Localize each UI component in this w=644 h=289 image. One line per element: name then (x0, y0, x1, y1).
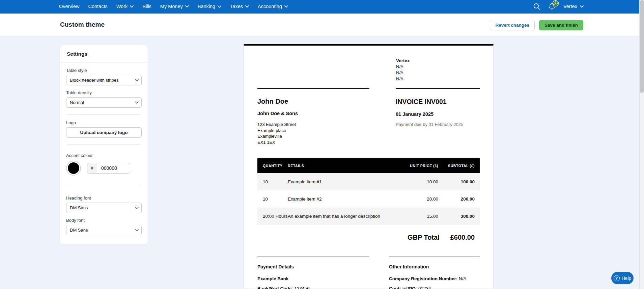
nav-item-accounting[interactable]: Accounting (258, 4, 288, 9)
invoice-total-value: £600.00 (450, 234, 475, 241)
nav-right: Vertex (533, 0, 584, 13)
accent-colour-label: Accent colour (66, 153, 142, 158)
upload-logo-button[interactable]: Upload company logo (66, 127, 142, 138)
invoice-preview: Vertex N/A N/A N/A John Doe John Doe & S… (244, 44, 494, 289)
notifications-button[interactable] (548, 2, 556, 10)
column-header: UNIT PRICE (£) (399, 164, 438, 168)
save-and-finish-button[interactable]: Save and finish (539, 20, 583, 30)
invoice-due-date: Payment due by 01 February 2025 (396, 122, 480, 127)
header-actions: Revert changes Save and finish (490, 20, 583, 30)
nav-label: My Money (160, 4, 183, 9)
chevron-down-icon (185, 5, 189, 8)
nav-item-contacts[interactable]: Contacts (88, 4, 107, 9)
nav-label: Taxes (230, 4, 243, 9)
help-button[interactable]: ? Help (611, 272, 634, 284)
invoice-meta-block: INVOICE INV001 01 January 2025 Payment d… (396, 89, 480, 145)
column-header: QUANTITY (257, 164, 288, 168)
nav-item-bills[interactable]: Bills (142, 4, 151, 9)
question-mark-icon: ? (614, 275, 620, 281)
invoice-client-company: John Doe & Sons (257, 111, 369, 116)
divider (67, 144, 141, 145)
nav-item-taxes[interactable]: Taxes (230, 4, 249, 9)
top-nav: Overview Contacts Work Bills My Money Ba… (0, 0, 639, 14)
hex-prefix: # (87, 163, 97, 174)
invoice-date: 01 January 2025 (396, 111, 480, 117)
table-style-label: Table style (66, 68, 142, 73)
company-registration-line: Company Registration Number: N/A (389, 275, 480, 282)
nav-label: Bills (142, 4, 151, 9)
accent-hex-input[interactable] (97, 163, 130, 174)
body-font-select[interactable]: DM Sans (66, 225, 142, 235)
logo-label: Logo (66, 120, 142, 125)
table-density-label: Table density (66, 90, 142, 95)
invoice-items-table: QUANTITY DETAILS UNIT PRICE (£) SUBTOTAL… (257, 158, 480, 225)
sort-code-line: Bank/Sort Code: 123456 (257, 285, 369, 289)
nav-label: Banking (198, 4, 215, 9)
scrollbar-thumb[interactable] (640, 0, 644, 93)
invoice-company-line: N/A (396, 64, 480, 70)
page-scrollbar (639, 0, 644, 289)
payment-details-block: Payment Details Example Bank Bank/Sort C… (257, 257, 369, 289)
notification-badge (552, 0, 559, 8)
account-name: Vertex (563, 4, 577, 9)
search-icon (533, 3, 540, 10)
nav-item-work[interactable]: Work (116, 4, 134, 9)
nav-item-overview[interactable]: Overview (59, 4, 79, 9)
body-font-label: Body font (66, 218, 142, 223)
nav-label: Work (116, 4, 128, 9)
contract-po-line: Contract/PO: 01234 (389, 285, 480, 289)
invoice-company-line: N/A (396, 70, 480, 76)
invoice-total-row: GBP Total £600.00 (257, 234, 480, 241)
invoice-company-name: Vertex (396, 58, 480, 64)
nav-item-banking[interactable]: Banking (198, 4, 221, 9)
nav-label: Accounting (258, 4, 282, 9)
page-title: Custom theme (60, 21, 105, 28)
invoice-company-block: Vertex N/A N/A N/A (396, 58, 480, 82)
column-header: SUBTOTAL (£) (438, 164, 480, 168)
chevron-down-icon (245, 5, 249, 8)
nav-label: Contacts (88, 4, 107, 9)
chevron-down-icon (130, 5, 134, 8)
accent-colour-fill (68, 162, 79, 174)
payment-details-title: Payment Details (257, 264, 369, 269)
nav-label: Overview (59, 4, 79, 9)
invoice-title: INVOICE INV001 (396, 98, 480, 106)
page-header: Custom theme Revert changes Save and fin… (0, 14, 639, 36)
nav-item-my-money[interactable]: My Money (160, 4, 189, 9)
table-row: 10 Example item #2 20.00 200.00 (257, 190, 480, 208)
chevron-down-icon (580, 5, 584, 8)
invoice-client-block: John Doe John Doe & Sons 123 Example Str… (257, 89, 369, 145)
revert-changes-button[interactable]: Revert changes (490, 20, 535, 30)
table-style-select[interactable]: Block header with stripes (66, 75, 142, 85)
divider (67, 114, 141, 115)
settings-title: Settings (60, 45, 148, 62)
account-menu[interactable]: Vertex (563, 4, 584, 9)
other-information-block: Other Information Company Registration N… (389, 257, 480, 289)
column-header: DETAILS (288, 164, 399, 168)
search-button[interactable] (533, 3, 540, 10)
table-row: 20:00 Hours An example item that has a l… (257, 208, 480, 225)
invoice-client-name: John Doe (257, 98, 369, 105)
settings-panel: Settings Table style Block header with s… (60, 45, 148, 245)
heading-font-select[interactable]: DM Sans (66, 203, 142, 213)
heading-font-label: Heading font (66, 195, 142, 201)
bank-name: Example Bank (257, 275, 369, 282)
table-header-row: QUANTITY DETAILS UNIT PRICE (£) SUBTOTAL… (257, 158, 480, 173)
invoice-company-line: N/A (396, 76, 480, 82)
invoice-total-label: GBP Total (408, 234, 440, 241)
other-information-title: Other Information (389, 264, 480, 269)
invoice-client-address: 123 Example Street Example place Example… (257, 122, 369, 145)
chevron-down-icon (284, 5, 288, 8)
accent-colour-swatch[interactable] (66, 161, 81, 176)
chevron-down-icon (218, 5, 221, 8)
table-density-select[interactable]: Normal (66, 97, 142, 108)
help-label: Help (622, 275, 632, 281)
nav-items: Overview Contacts Work Bills My Money Ba… (59, 4, 288, 9)
divider (67, 185, 141, 185)
table-row: 10 Example item #1 10.00 100.00 (257, 173, 480, 190)
